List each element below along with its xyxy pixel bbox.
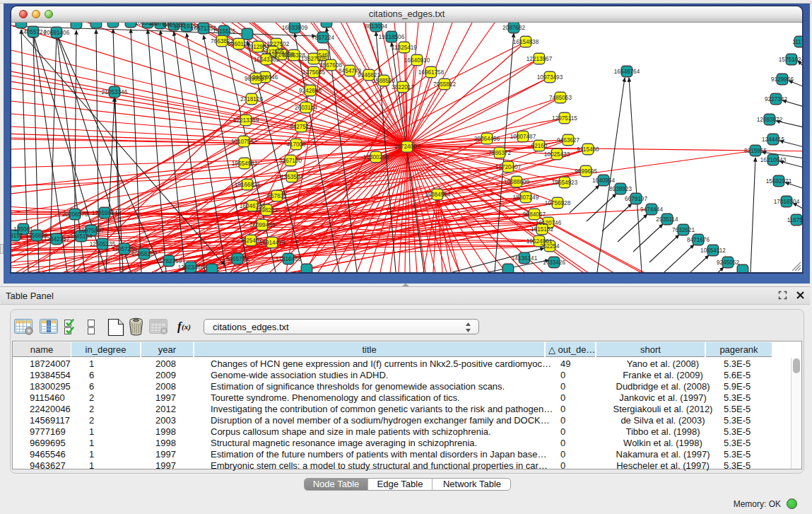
svg-text:116753: 116753 bbox=[787, 217, 802, 223]
svg-text:10688609: 10688609 bbox=[504, 179, 530, 185]
svg-text:2087682: 2087682 bbox=[502, 25, 525, 31]
svg-text:15692971: 15692971 bbox=[766, 178, 792, 185]
svg-text:10975887: 10975887 bbox=[78, 228, 105, 234]
svg-text:2718126: 2718126 bbox=[240, 96, 263, 103]
svg-text:10958107: 10958107 bbox=[131, 251, 158, 257]
svg-text:7986372: 7986372 bbox=[488, 150, 511, 156]
svg-text:10107552: 10107552 bbox=[231, 139, 257, 145]
svg-text:18724007: 18724007 bbox=[394, 144, 420, 150]
svg-text:9084067: 9084067 bbox=[523, 211, 546, 218]
svg-text:16543382: 16543382 bbox=[254, 57, 280, 63]
svg-text:18300295: 18300295 bbox=[363, 154, 389, 160]
svg-text:19654982: 19654982 bbox=[232, 160, 258, 167]
svg-text:11173: 11173 bbox=[792, 39, 802, 45]
svg-text:17359934: 17359934 bbox=[92, 210, 118, 216]
svg-text:1244415: 1244415 bbox=[762, 136, 784, 143]
svg-text:19654923: 19654923 bbox=[552, 180, 578, 186]
svg-text:17316485: 17316485 bbox=[276, 256, 302, 262]
svg-text:17016504: 17016504 bbox=[774, 199, 800, 205]
svg-text:16154838: 16154838 bbox=[513, 39, 539, 45]
svg-text:9699695: 9699695 bbox=[575, 168, 597, 175]
svg-text:13227502: 13227502 bbox=[264, 41, 290, 47]
svg-text:12342757: 12342757 bbox=[44, 236, 70, 243]
svg-text:19384554: 19384554 bbox=[425, 192, 451, 198]
svg-text:16120746: 16120746 bbox=[536, 220, 562, 226]
svg-text:9896537: 9896537 bbox=[245, 76, 267, 82]
svg-text:20206576: 20206576 bbox=[62, 211, 88, 218]
svg-text:16210643: 16210643 bbox=[760, 157, 787, 163]
svg-text:417006: 417006 bbox=[286, 141, 306, 148]
svg-text:16648764: 16648764 bbox=[614, 69, 640, 75]
svg-text:7485063: 7485063 bbox=[549, 95, 572, 101]
svg-text:10654112: 10654112 bbox=[700, 247, 726, 254]
svg-text:9474444: 9474444 bbox=[640, 206, 663, 213]
svg-text:8427512: 8427512 bbox=[290, 124, 312, 130]
svg-text:19166825: 19166825 bbox=[235, 182, 261, 188]
svg-text:14055724: 14055724 bbox=[20, 29, 47, 35]
svg-text:10807487: 10807487 bbox=[510, 134, 536, 140]
svg-text:12093872: 12093872 bbox=[757, 117, 783, 123]
svg-text:546: 546 bbox=[318, 52, 328, 59]
svg-text:9115460: 9115460 bbox=[577, 146, 599, 153]
svg-text:18720407: 18720407 bbox=[495, 164, 522, 170]
svg-text:8471676: 8471676 bbox=[687, 237, 710, 243]
svg-text:(x): (x) bbox=[182, 322, 191, 332]
svg-text:7857224: 7857224 bbox=[312, 35, 334, 41]
svg-text:7515526: 7515526 bbox=[213, 28, 235, 35]
svg-text:7955812: 7955812 bbox=[433, 81, 456, 88]
svg-text:14136141: 14136141 bbox=[512, 255, 538, 262]
svg-text:6679197: 6679197 bbox=[625, 196, 647, 202]
svg-text:62160: 62160 bbox=[531, 143, 548, 149]
svg-text:16914479: 16914479 bbox=[259, 240, 286, 246]
svg-text:12923468: 12923468 bbox=[178, 264, 204, 271]
svg-text:9129966: 9129966 bbox=[771, 76, 794, 83]
svg-text:857833: 857833 bbox=[267, 193, 287, 199]
svg-text:16033809: 16033809 bbox=[282, 25, 308, 31]
svg-text:15751024: 15751024 bbox=[779, 57, 802, 63]
svg-text:7632621: 7632621 bbox=[672, 227, 695, 233]
svg-text:16782759: 16782759 bbox=[156, 258, 182, 264]
svg-text:12975115: 12975115 bbox=[552, 115, 577, 122]
svg-text:21053346: 21053346 bbox=[102, 89, 128, 95]
svg-text:2603144: 2603144 bbox=[295, 105, 317, 111]
svg-text:1640954: 1640954 bbox=[592, 177, 615, 184]
svg-text:1498222: 1498222 bbox=[255, 207, 278, 214]
svg-text:252254: 252254 bbox=[540, 243, 560, 250]
svg-text:9227342: 9227342 bbox=[765, 96, 787, 103]
svg-text:12213369: 12213369 bbox=[233, 117, 259, 124]
svg-text:10025433: 10025433 bbox=[544, 151, 570, 158]
svg-text:20691406: 20691406 bbox=[44, 30, 70, 36]
svg-text:1353594: 1353594 bbox=[281, 174, 303, 180]
svg-text:8215955: 8215955 bbox=[744, 148, 767, 154]
svg-text:10756928: 10756928 bbox=[545, 200, 571, 206]
svg-text:1615132: 1615132 bbox=[531, 226, 553, 233]
svg-text:8813094: 8813094 bbox=[365, 23, 387, 30]
svg-text:12213967: 12213967 bbox=[526, 56, 553, 62]
svg-text:16099489: 16099489 bbox=[249, 222, 276, 228]
svg-text:3267130: 3267130 bbox=[279, 158, 302, 164]
svg-text:135061: 135061 bbox=[13, 226, 33, 233]
svg-text:1375685: 1375685 bbox=[302, 69, 325, 76]
svg-text:9463627: 9463627 bbox=[557, 137, 579, 144]
svg-text:9242848: 9242848 bbox=[299, 88, 322, 94]
svg-text:1733426: 1733426 bbox=[543, 259, 565, 266]
svg-text:19218506: 19218506 bbox=[379, 34, 405, 40]
svg-text:16640910: 16640910 bbox=[404, 57, 430, 64]
svg-text:39157: 39157 bbox=[11, 233, 23, 239]
svg-text:9465771: 9465771 bbox=[226, 256, 249, 262]
svg-text:3822017: 3822017 bbox=[392, 84, 414, 90]
svg-text:11325419: 11325419 bbox=[392, 45, 417, 51]
svg-text:20364456: 20364456 bbox=[474, 136, 500, 142]
svg-text:18807249: 18807249 bbox=[513, 194, 539, 201]
svg-text:1588520: 1588520 bbox=[372, 78, 395, 84]
svg-text:10973493: 10973493 bbox=[537, 74, 563, 81]
svg-text:1145194: 1145194 bbox=[70, 233, 93, 240]
svg-text:9245052: 9245052 bbox=[717, 259, 739, 266]
svg-text:2935114: 2935114 bbox=[656, 216, 678, 223]
svg-text:8938923: 8938923 bbox=[609, 186, 632, 192]
svg-text:16961758: 16961758 bbox=[418, 69, 445, 76]
